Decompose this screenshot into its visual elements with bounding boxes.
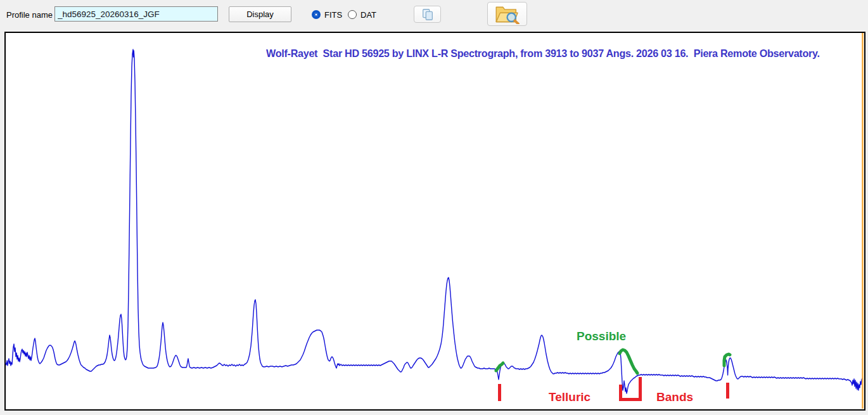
radio-fits-label: FITS xyxy=(324,10,342,20)
radio-dat-label: DAT xyxy=(361,10,376,20)
radio-dat[interactable]: DAT xyxy=(348,9,376,20)
profile-name-label: Profile name : xyxy=(6,10,57,20)
radio-fits-circle-icon[interactable] xyxy=(312,10,321,19)
red-marker-bracket-right xyxy=(639,377,642,401)
spectrum-plot-area xyxy=(4,32,865,411)
annotation-possible: Possible xyxy=(577,329,626,343)
red-marker-bands-tick xyxy=(726,383,729,399)
profile-name-input[interactable] xyxy=(54,6,218,22)
browse-file-button[interactable] xyxy=(487,2,527,26)
radio-fits[interactable]: FITS xyxy=(312,9,342,20)
copy-button[interactable] xyxy=(414,6,441,23)
red-marker-telluric-tick xyxy=(498,384,501,401)
toolbar: Profile name : Display FITS DAT xyxy=(0,0,868,32)
plot-title: Wolf-Rayet Star HD 56925 by LINX L-R Spe… xyxy=(266,48,820,60)
display-button[interactable]: Display xyxy=(229,6,291,22)
copy-pages-icon xyxy=(421,8,435,22)
annotation-telluric: Telluric xyxy=(549,390,590,404)
annotation-bands: Bands xyxy=(656,390,693,404)
folder-search-icon xyxy=(494,4,521,24)
radio-dat-circle-icon[interactable] xyxy=(348,10,357,19)
